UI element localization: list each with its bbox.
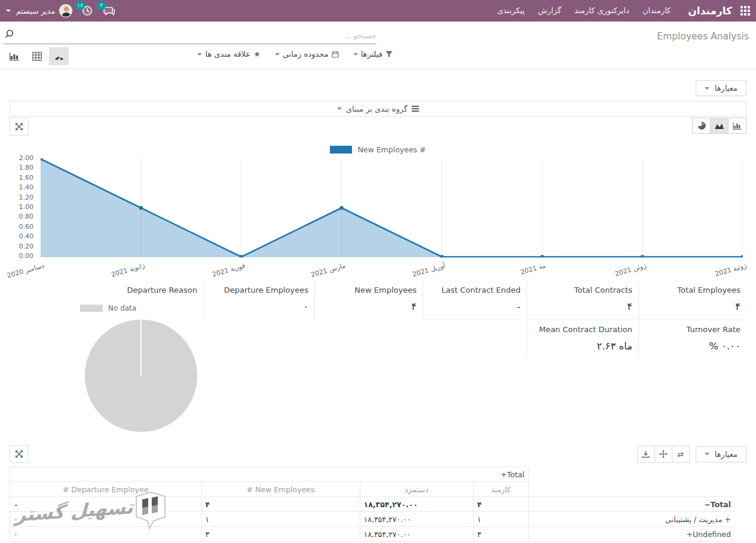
activities-icon[interactable]: ۱۶ xyxy=(81,4,94,17)
chevron-down-icon xyxy=(197,53,202,56)
chart-legend: New Employees # xyxy=(10,145,746,154)
x-tick-label: فوریة 2021 xyxy=(211,262,246,278)
view-switcher xyxy=(5,47,69,65)
x-tick-label: مة 2021 xyxy=(520,262,547,276)
apps-grid-icon[interactable] xyxy=(740,6,750,16)
y-tick-label: 0.20 xyxy=(10,243,33,250)
pivot-cell: ۴ xyxy=(473,497,528,512)
expand-all-button[interactable] xyxy=(654,446,672,463)
chart-type-switcher xyxy=(693,118,746,134)
pivot-tools: ⇄ xyxy=(638,446,690,463)
y-tick-label: 2.00 xyxy=(10,154,33,162)
user-menu[interactable]: مدیر سیستم xyxy=(6,4,72,17)
activities-badge: ۱۶ xyxy=(75,1,85,10)
control-panel: Employees Analysis فیلترها xyxy=(0,22,756,69)
graph-view-button[interactable] xyxy=(5,47,25,65)
pivot-view-button[interactable] xyxy=(27,47,47,65)
time-range-dropdown[interactable]: محدوده زمانی xyxy=(275,50,339,59)
x-tick-label: ژوئیة 2021 xyxy=(714,262,748,278)
pivot-row-header[interactable]: +Undefined xyxy=(528,527,734,542)
avatar xyxy=(59,4,72,17)
legend-label: New Employees # xyxy=(357,145,426,154)
table-grid-icon xyxy=(32,52,42,61)
bar-chart-icon xyxy=(733,122,742,130)
kpi-label: Mean Contract Duration xyxy=(532,325,632,334)
chevron-down-icon xyxy=(275,53,280,56)
x-tick-label: مارس 2021 xyxy=(310,262,346,279)
kpi-new-employees: New Employees ۴ xyxy=(314,281,423,320)
kpi-departure-reason: Departure Reason No data xyxy=(10,281,203,432)
pivot-cell: ۳ xyxy=(473,527,528,542)
expand-chart-button[interactable] xyxy=(10,118,29,136)
search-icon[interactable] xyxy=(4,29,15,42)
search-options: فیلترها محدوده زمانی ★ علاقه مندی ها xyxy=(206,50,393,59)
y-tick-label: 1.20 xyxy=(10,194,33,201)
download-xlsx-button[interactable] xyxy=(637,446,655,463)
navbar-menu-item[interactable]: گزارش xyxy=(531,0,568,22)
groupby-label: گروه بندی بر مبنای xyxy=(346,105,408,113)
area-chart-icon xyxy=(714,122,724,130)
y-tick-label: 1.80 xyxy=(10,164,33,171)
measures-button-top[interactable]: معیارها xyxy=(696,80,746,96)
pivot-row-header[interactable]: + مدیریت / پشتیبانی xyxy=(528,512,734,527)
groupby-bar[interactable]: گروه بندی بر مبنای xyxy=(10,101,746,116)
flip-axis-button[interactable]: ⇄ xyxy=(672,446,690,463)
kpi-value: - xyxy=(428,301,521,312)
move-arrows-icon xyxy=(659,450,668,458)
bar-chart-icon xyxy=(10,52,20,61)
kpi-value: ۴ xyxy=(320,301,417,312)
chevron-down-icon xyxy=(337,108,342,110)
pie-chart-type-button[interactable] xyxy=(692,118,711,134)
favorites-dropdown[interactable]: ★ علاقه مندی ها xyxy=(197,50,260,59)
y-tick-label: 0.00 xyxy=(10,252,33,260)
funnel-icon xyxy=(385,51,393,58)
messages-icon[interactable]: ۳ xyxy=(102,4,115,17)
filters-dropdown[interactable]: فیلترها xyxy=(353,50,393,59)
pie-legend: No data xyxy=(80,304,197,312)
area-chart-plot[interactable] xyxy=(41,158,743,257)
departure-reason-pie-chart[interactable] xyxy=(85,320,197,432)
area-chart-type-button[interactable] xyxy=(710,118,729,134)
x-tick-label: دسامبر 2020 xyxy=(6,262,45,280)
navbar-menu-item[interactable]: کارمندان xyxy=(636,0,677,22)
app-title: کارمندان xyxy=(688,5,732,17)
pivot-cell: ۴ xyxy=(201,497,360,512)
watermark-text: تسهیل گستر xyxy=(15,496,134,526)
navbar-menu-item[interactable]: دایرکتوری کارمند xyxy=(568,0,636,22)
time-range-label: محدوده زمانی xyxy=(283,50,329,59)
favorites-label: علاقه مندی ها xyxy=(205,50,250,59)
bar-chart-type-button[interactable] xyxy=(728,118,746,134)
navbar-menu: کارمنداندایرکتوری کارمندگزارشپیکربندی xyxy=(491,0,678,22)
pivot-row-header[interactable]: −Total xyxy=(528,497,734,512)
vendor-watermark: تسهیل گستر xyxy=(16,491,167,530)
pivot-column-total-header[interactable]: +Total xyxy=(10,467,529,482)
chevron-down-icon xyxy=(353,53,358,56)
kpi-value: ۴ xyxy=(644,301,740,312)
pie-slice-divider xyxy=(140,320,142,376)
x-tick-label: ژانویة 2021 xyxy=(110,262,145,278)
no-data-label: No data xyxy=(108,304,136,312)
y-tick-label: 1.00 xyxy=(10,203,33,211)
chevron-down-icon xyxy=(705,87,709,90)
pivot-measure-header[interactable]: دستمزد xyxy=(360,482,473,497)
kpi-value: ۲.۶۳ ماه xyxy=(532,340,632,352)
user-name: مدیر سیستم xyxy=(16,7,55,16)
pie-chart-icon xyxy=(697,121,706,130)
kpi-label: Total Employees xyxy=(644,286,740,294)
measures-button-bottom[interactable]: معیارها xyxy=(696,446,746,462)
kpi-total-contracts: Total Contracts ۴ xyxy=(527,281,638,320)
y-tick-label: 1.60 xyxy=(10,174,33,182)
expand-pivot-button[interactable] xyxy=(10,445,29,463)
navbar-menu-item[interactable]: پیکربندی xyxy=(491,0,531,22)
kpi-mean-contract-duration: Mean Contract Duration ۲.۶۳ ماه xyxy=(527,320,638,359)
x-tick-label: أوریل 2021 xyxy=(412,262,446,278)
pivot-measure-header[interactable]: کارمند xyxy=(473,482,528,497)
kpi-label: Departure Employees xyxy=(209,286,308,294)
kpi-label: Departure Reason xyxy=(10,286,197,294)
pivot-cell: ۳ xyxy=(201,527,360,542)
dashboard-view-button[interactable] xyxy=(49,47,69,65)
search-input[interactable] xyxy=(15,31,377,40)
pivot-cell: ۱۸,۳۵۴,۲۷۰.۰۰ xyxy=(360,497,473,512)
pivot-measure-header[interactable]: New Employees # xyxy=(201,482,360,497)
measures-label: معیارها xyxy=(715,84,737,93)
